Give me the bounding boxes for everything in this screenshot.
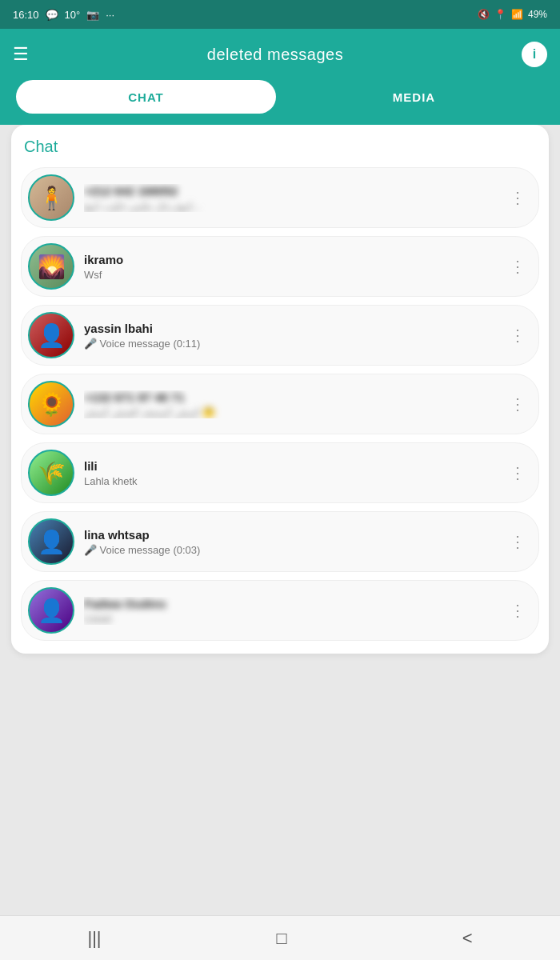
- mute-icon: 🔇: [478, 9, 490, 20]
- chat-info: liliLahla khetk: [84, 459, 497, 487]
- whatsapp-icon: 💬: [46, 9, 58, 21]
- avatar: 👤: [28, 587, 74, 634]
- more-options-icon[interactable]: ⋮: [506, 529, 529, 554]
- bottom-nav: ||| □ <: [0, 915, 560, 960]
- chat-name: +132 671 97 48 71: [84, 390, 497, 404]
- chat-preview: 🎤 Voice message (0:11): [84, 338, 497, 350]
- chat-name: Fadwa Oudms: [84, 597, 497, 610]
- tab-media[interactable]: MEDIA: [284, 80, 544, 114]
- chat-info: Fadwa OudmsLiwad: [84, 597, 497, 625]
- status-dots: ···: [106, 9, 114, 21]
- tabs-bar: CHAT MEDIA: [0, 80, 560, 125]
- avatar: 🧍: [28, 174, 74, 221]
- chat-info: ikramoWsf: [84, 253, 497, 281]
- chat-preview: كبيش كبيسف كعيش كبيش 🤔: [84, 406, 497, 418]
- more-options-icon[interactable]: ⋮: [506, 322, 529, 348]
- info-icon: i: [533, 47, 536, 62]
- list-item[interactable]: 👤Fadwa OudmsLiwad⋮: [21, 580, 539, 641]
- app-header: ☰ deleted messages i: [0, 29, 560, 80]
- more-options-icon[interactable]: ⋮: [506, 185, 529, 210]
- hamburger-icon[interactable]: ☰: [13, 44, 29, 65]
- status-left: 16:10 💬 10° 📷 ···: [13, 9, 114, 21]
- location-icon: 📍: [494, 9, 506, 20]
- chat-name: lina whtsap: [84, 528, 497, 542]
- status-right: 🔇 📍 📶 49%: [478, 9, 547, 20]
- chat-info: +212 642 168052لبيع رحل ملبين جاوب لبيع.…: [84, 184, 497, 212]
- list-item[interactable]: 🌄ikramoWsf⋮: [21, 236, 539, 297]
- avatar: 🌄: [28, 243, 74, 290]
- wifi-icon: 📶: [511, 9, 523, 20]
- chat-info: yassin lbahi🎤 Voice message (0:11): [84, 322, 497, 350]
- list-item[interactable]: 🧍+212 642 168052لبيع رحل ملبين جاوب لبيع…: [21, 167, 539, 228]
- status-temperature: 10°: [65, 9, 81, 21]
- avatar: 👤: [28, 312, 74, 358]
- chat-name: yassin lbahi: [84, 322, 497, 335]
- battery-text: 49%: [528, 9, 547, 20]
- avatar: 👤: [28, 518, 74, 565]
- back-button[interactable]: <: [446, 922, 489, 955]
- chat-section-title: Chat: [21, 138, 539, 156]
- header-title: deleted messages: [207, 46, 343, 64]
- chat-preview: 🎤 Voice message (0:03): [84, 544, 497, 556]
- more-options-icon[interactable]: ⋮: [506, 598, 529, 623]
- status-time: 16:10: [13, 9, 39, 21]
- main-content: Chat 🧍+212 642 168052لبيع رحل ملبين جاوب…: [0, 125, 560, 915]
- camera-icon: 📷: [86, 9, 99, 21]
- chat-list: 🧍+212 642 168052لبيع رحل ملبين جاوب لبيع…: [21, 167, 539, 641]
- status-bar: 16:10 💬 10° 📷 ··· 🔇 📍 📶 49%: [0, 0, 560, 29]
- list-item[interactable]: 👤yassin lbahi🎤 Voice message (0:11)⋮: [21, 305, 539, 366]
- avatar: 🌻: [28, 381, 74, 427]
- info-button[interactable]: i: [522, 42, 547, 67]
- list-item[interactable]: 🌻+132 671 97 48 71كبيش كبيسف كعيش كبيش 🤔…: [21, 374, 539, 434]
- more-options-icon[interactable]: ⋮: [506, 254, 529, 279]
- chat-name: +212 642 168052: [84, 184, 497, 198]
- chat-card: Chat 🧍+212 642 168052لبيع رحل ملبين جاوب…: [11, 125, 549, 654]
- recents-button[interactable]: |||: [71, 922, 117, 955]
- chat-info: +132 671 97 48 71كبيش كبيسف كعيش كبيش 🤔: [84, 390, 497, 418]
- tab-chat[interactable]: CHAT: [16, 80, 276, 114]
- chat-preview: لبيع رحل ملبين جاوب لبيع...: [84, 200, 497, 212]
- chat-preview: Liwad: [84, 613, 497, 625]
- chat-info: lina whtsap🎤 Voice message (0:03): [84, 528, 497, 556]
- chat-preview: Lahla khetk: [84, 475, 497, 487]
- chat-name: ikramo: [84, 253, 497, 266]
- avatar: 🌾: [28, 450, 74, 496]
- home-button[interactable]: □: [260, 922, 302, 955]
- more-options-icon[interactable]: ⋮: [506, 391, 529, 417]
- list-item[interactable]: 👤lina whtsap🎤 Voice message (0:03)⋮: [21, 511, 539, 572]
- chat-name: lili: [84, 459, 497, 473]
- list-item[interactable]: 🌾liliLahla khetk⋮: [21, 442, 539, 503]
- chat-preview: Wsf: [84, 269, 497, 281]
- more-options-icon[interactable]: ⋮: [506, 460, 529, 486]
